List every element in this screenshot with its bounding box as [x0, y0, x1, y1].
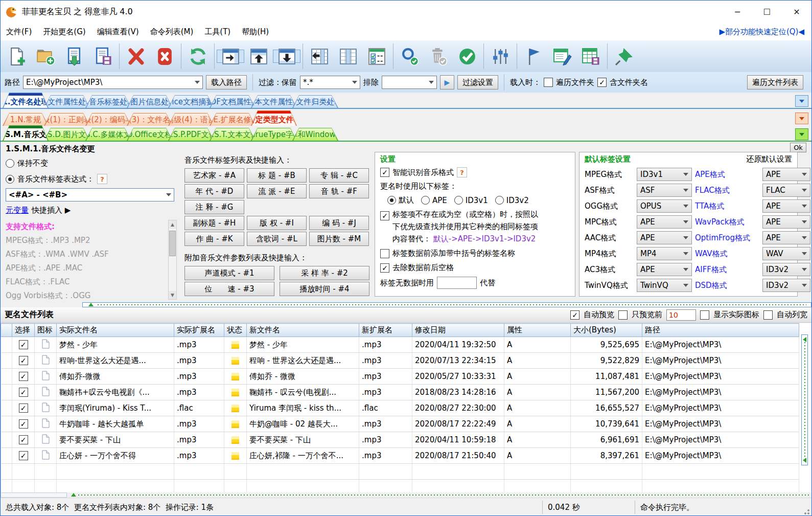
ok-button[interactable]: Ok [790, 143, 806, 152]
close-button[interactable]: ✕ [782, 1, 811, 24]
insert-column-left-icon[interactable] [305, 41, 334, 71]
table-row[interactable]: 李闰珉(Yiruma) - Kiss T....flacYiruma 李闰珉 -… [1, 400, 799, 416]
menu-item-命令列表(M)[interactable]: 命令列表(M) [145, 24, 199, 40]
tab-1.A.高级(4)：语言脚本[interactable]: 1.A.高级(4)：语言脚本 [168, 113, 214, 126]
row-select-checkbox[interactable] [19, 419, 28, 429]
flag-mark-icon[interactable] [519, 41, 548, 71]
tab-1.A.高级(1)：正则表达式等[interactable]: 1.A.高级(1)：正则表达式等 [44, 113, 90, 126]
checklist-icon[interactable] [362, 41, 391, 71]
tag-button-#L[interactable]: 含歌词 - #L [247, 232, 307, 246]
tag-expression-radio[interactable] [6, 175, 14, 184]
format-select-DSD格式[interactable]: ID3v2 [762, 279, 810, 292]
tag-button-#B[interactable]: 标 题 - #B [247, 168, 307, 183]
panel-up-icon[interactable] [244, 41, 273, 71]
bracket-prefix-checkbox[interactable] [380, 249, 389, 258]
restore-defaults-button[interactable]: 还原默认设置 [746, 154, 792, 164]
no-data-replacement-input[interactable] [437, 277, 477, 289]
column-header-新扩展名[interactable]: 新扩展名 [359, 324, 412, 337]
tab-1.文件名处理[interactable]: 1.文件名处理 [3, 93, 49, 108]
tag-button-#M[interactable]: 图片数 - #M [309, 232, 369, 246]
adjust-sliders-icon[interactable] [486, 41, 515, 71]
save-table-icon[interactable] [576, 41, 605, 71]
table-row[interactable]: 鞠婧祎+叹云兮电视剧《....mp3鞠婧祎 - 叹云兮(电视剧....mp320… [1, 385, 799, 400]
tag-type-radio-ID3v2[interactable]: ID3v2 [495, 196, 529, 205]
format-select-MPC格式[interactable]: APE [637, 215, 692, 229]
format-select-MPEG格式[interactable]: ID3v1 [637, 168, 692, 181]
tag-button-#K[interactable]: 作 曲 - #K [184, 232, 244, 246]
smart-detect-checkbox[interactable] [380, 168, 389, 177]
format-select-AC3格式[interactable]: APE [637, 263, 692, 276]
table-row[interactable]: 庄心妍 - 一万个舍不得.mp3庄心妍,祁隆 - 一万个舍不....mp3202… [1, 448, 799, 464]
tab-1.S.M.音乐文件[interactable]: 1.S.M.音乐文件 [3, 125, 49, 141]
format-select-AIFF格式[interactable]: ID3v2 [762, 263, 810, 276]
open-folder-add-icon[interactable] [31, 41, 60, 71]
menu-item-开始更名(G)[interactable]: 开始更名(G) [37, 24, 91, 40]
quick-insert-label[interactable]: 快捷插入 ▶ [32, 206, 71, 215]
show-icons-checkbox[interactable] [700, 310, 709, 320]
format-select-MP4格式[interactable]: MP4 [637, 247, 692, 260]
load-list-icon[interactable] [60, 41, 88, 71]
tag-button-#A[interactable]: 艺术家 - #A [184, 168, 244, 183]
panel-right-icon[interactable] [217, 50, 244, 63]
menu-item-工具(T)[interactable]: 工具(T) [199, 24, 236, 40]
column-header-路径[interactable]: 路径 [642, 324, 799, 337]
tab-8.文件归类处理[interactable]: 8.文件归类处理 [292, 95, 338, 108]
menu-item-帮助(H)[interactable]: 帮助(H) [236, 24, 274, 40]
tag-button-#C[interactable]: 专 辑 - #C [309, 168, 369, 183]
table-row[interactable]: 牛奶咖啡 - 越长大越孤单.mp3牛奶@咖啡 - 02 越長大....mp320… [1, 416, 799, 432]
param-button-#3[interactable]: 位 速 - #3 [184, 282, 274, 296]
tag-button-#E[interactable]: 流 派 - #E [247, 184, 307, 198]
delete-all-icon[interactable] [150, 41, 179, 71]
tab-5.Office文档摘要处理[interactable]: 5.Office文档摘要处理 [168, 95, 214, 108]
filter-exclude-combobox[interactable] [382, 76, 437, 89]
tab-1.S.特定类型文件名修改[interactable]: 1.S.特定类型文件名修改 [251, 110, 297, 126]
refresh-icon[interactable] [183, 41, 212, 71]
table-row[interactable]: 傅如乔-微微.mp3傅如乔 - 微微.mp32020/05/27 10:33:3… [1, 369, 799, 385]
minimize-button[interactable]: ─ [723, 1, 752, 24]
resize-grip[interactable] [803, 508, 810, 515]
tab-6.PDF文档属性处理[interactable]: 6.PDF文档属性处理 [210, 95, 256, 108]
tag-button-#G[interactable]: 注 释 - #G [184, 200, 244, 214]
splitter-collapse-icon[interactable] [71, 493, 76, 497]
expression-help-icon[interactable]: ? [97, 174, 107, 184]
column-header-新文件名[interactable]: 新文件名 [247, 324, 359, 337]
load-path-button[interactable]: 载入路径 [206, 75, 247, 89]
column-header-图标[interactable]: 图标 [35, 324, 57, 337]
format-select-WavPack格式[interactable]: APE [762, 215, 810, 229]
format-select-TTA格式[interactable]: APE [762, 199, 810, 213]
delete-confirm-icon[interactable] [424, 41, 453, 71]
radio-icon[interactable] [454, 196, 463, 205]
include-folder-name-checkbox[interactable] [597, 78, 607, 87]
menu-item-文件(F)[interactable]: 文件(F) [1, 24, 37, 40]
meta-variable-link[interactable]: 元变量 [6, 206, 29, 215]
tag-button-#J[interactable]: 编 码 - #J [309, 216, 369, 230]
panel-splitter[interactable] [1, 302, 811, 307]
format-select-FLAC格式[interactable]: FLAC [762, 184, 810, 197]
tab-1.A.高级(3)：文件名对照列表[interactable]: 1.A.高级(3)：文件名对照列表 [127, 113, 173, 126]
tag-button-#D[interactable]: 年 代 - #D [184, 184, 244, 198]
tab-1.S.D.图片文件[interactable]: 1.S.D.图片文件 [44, 128, 90, 141]
format-select-APE格式[interactable]: APE [762, 168, 810, 181]
quick-locate-button[interactable]: ▶部分功能快速定位(Q)◀ [719, 27, 811, 37]
row-select-checkbox[interactable] [19, 451, 28, 460]
tag-type-radio-默认[interactable]: 默认 [387, 195, 414, 205]
preview-first-checkbox[interactable] [618, 310, 628, 320]
auto-width-checkbox[interactable] [763, 310, 773, 320]
delete-selected-icon[interactable] [122, 41, 150, 71]
tab-1.S.O.Office文档文件[interactable]: 1.S.O.Office文档文件 [127, 128, 173, 141]
scroll-up-icon[interactable]: ▲ [169, 220, 176, 229]
radio-icon[interactable] [495, 196, 504, 205]
radio-icon[interactable] [387, 196, 396, 205]
param-button-#2[interactable]: 采 样 率 - #2 [280, 266, 369, 280]
tag-button-#F[interactable]: 音 轨 - #F [309, 184, 369, 198]
smart-detect-help-icon[interactable]: ? [457, 167, 467, 177]
tab-1.N.常规[interactable]: 1.N.常规 [3, 113, 49, 126]
column-header-属性[interactable]: 属性 [504, 324, 571, 337]
format-select-AAC格式[interactable]: APE [637, 231, 692, 244]
path-combobox[interactable]: E:\@MyProject\MP3\ [23, 76, 203, 89]
row-select-checkbox[interactable] [19, 388, 28, 397]
column-header-状态[interactable]: 状态 [224, 324, 247, 337]
supported-formats-scrollbar[interactable]: ▲ ▼ [168, 220, 177, 300]
traverse-file-list-button[interactable]: 遍历文件列表 [747, 75, 803, 89]
row-select-checkbox[interactable] [19, 435, 28, 444]
